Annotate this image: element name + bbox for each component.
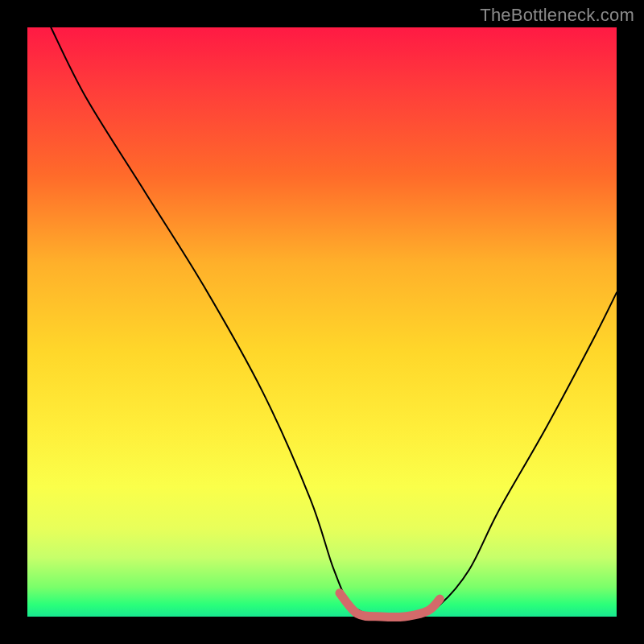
curve-line — [51, 27, 617, 618]
chart-svg — [27, 27, 617, 617]
plot-area — [27, 27, 617, 617]
chart-frame: TheBottleneck.com — [0, 0, 644, 644]
watermark-text: TheBottleneck.com — [480, 5, 634, 26]
highlight-line — [340, 593, 440, 617]
